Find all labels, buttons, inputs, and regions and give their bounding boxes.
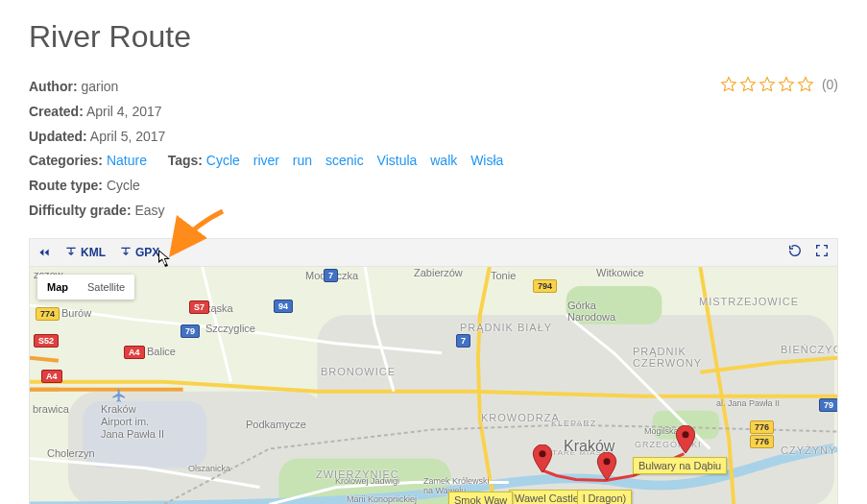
svg-point-9 [539,450,545,457]
road-shield: 7 [456,334,470,348]
tag-link[interactable]: Cycle [206,153,240,168]
svg-rect-4 [566,286,662,324]
star-icon[interactable] [720,76,737,93]
categories-label: Categories: [29,153,103,168]
download-kml-button[interactable]: KML [64,246,106,259]
tag-link[interactable]: run [293,153,312,168]
star-icon[interactable] [759,76,776,93]
meta-block: Author: garion Created: April 4, 2017 Up… [29,76,513,225]
star-icon[interactable] [797,76,814,93]
road-shield: 774 [36,307,60,321]
tag-link[interactable]: walk [430,153,457,168]
route-type-value: Cycle [107,178,140,193]
marker-callout[interactable]: Wawel Castle [509,490,585,504]
rating-count: (0) [822,77,838,92]
road-shield: 79 [181,324,200,338]
fullscreen-icon[interactable] [814,243,830,261]
page-title: River Route [29,19,838,55]
tag-link[interactable]: Wisła [470,153,503,168]
map-marker[interactable] [596,452,617,481]
map-type-map[interactable]: Map [37,275,78,300]
map-marker[interactable] [675,425,696,454]
tags-label: Tags: [168,153,203,168]
road-shield: 94 [274,300,293,313]
road-shield: S52 [34,334,59,348]
kml-label: KML [81,246,106,259]
created-value: April 4, 2017 [86,104,162,119]
tag-link[interactable]: Vistula [377,153,418,168]
svg-rect-6 [83,400,207,468]
map-marker[interactable] [532,444,553,473]
road-shield: 794 [533,279,557,293]
svg-point-8 [603,458,610,465]
road-shield: 79 [819,398,838,412]
created-label: Created: [29,104,84,119]
refresh-icon[interactable] [787,243,803,261]
updated-value: April 5, 2017 [90,129,166,144]
tag-link[interactable]: scenic [325,153,364,168]
difficulty-value: Easy [134,203,164,218]
road-shield: A4 [41,370,62,383]
marker-callout[interactable]: Smok Waw [448,492,513,504]
star-icon[interactable] [739,76,757,93]
map[interactable]: Map Satellite zczow Burów Szczyglice Rzą… [29,267,838,504]
updated-label: Updated: [29,129,87,144]
category-link[interactable]: Nature [107,153,147,168]
road-shield: 7 [324,269,338,282]
road-shield: 776 [750,435,774,448]
rewind-button[interactable] [37,246,51,259]
star-icon[interactable] [778,76,795,93]
map-type-satellite[interactable]: Satellite [78,275,134,300]
marker-callout[interactable]: l Dragon) [577,490,632,504]
author-value: garion [81,79,118,94]
road-shield: S7 [189,300,209,314]
author-label: Author: [29,79,78,94]
route-type-label: Route type: [29,178,103,193]
road-shield: 776 [750,420,774,434]
map-type-switch: Map Satellite [37,275,134,300]
airplane-icon [111,388,127,407]
map-toolbar: KML GPX [29,238,838,267]
difficulty-label: Difficulty grade: [29,203,132,218]
marker-callout[interactable]: Bulwary na Dąbiu [633,457,727,474]
gpx-label: GPX [135,246,159,259]
rating-stars[interactable]: (0) [720,76,838,93]
tag-link[interactable]: river [253,153,279,168]
download-gpx-button[interactable]: GPX [119,246,159,259]
svg-point-7 [682,431,688,438]
road-shield: A4 [124,346,145,359]
